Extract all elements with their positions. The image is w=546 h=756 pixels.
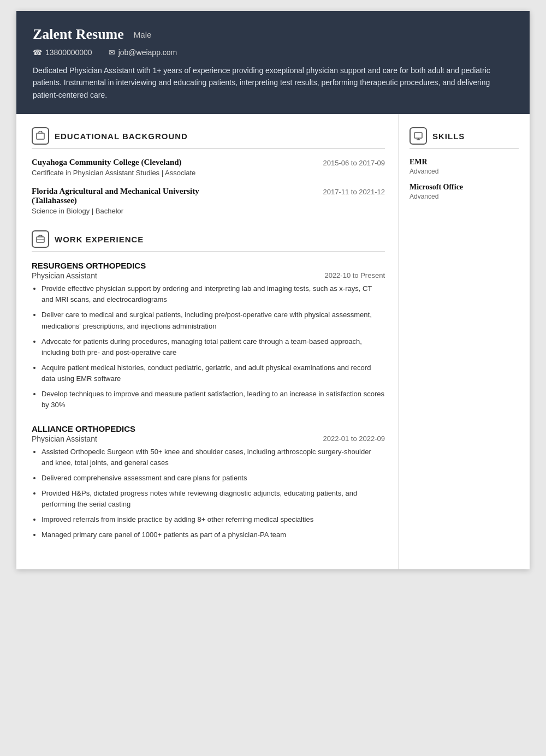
edu-degree-1: Certificate in Physician Assistant Studi… (32, 169, 385, 177)
email-icon: ✉ (109, 48, 115, 57)
edu-school-1: Cuyahoga Community College (Cleveland) (32, 158, 182, 167)
work-section-header: WORK EXPERIENCE (32, 230, 385, 252)
candidate-gender: Male (134, 30, 152, 39)
resume-summary: Dedicated Physician Assistant with 1+ ye… (33, 64, 513, 101)
side-column: SKILLS EMR Advanced Microsoft Office Adv… (399, 114, 530, 569)
phone-number: 13800000000 (45, 48, 92, 57)
work-bullets-1: Provide effective physician support by o… (32, 283, 385, 410)
edu-degree-2: Science in Biology | Bachelor (32, 207, 385, 215)
edu-dates-2: 2017-11 to 2021-12 (323, 188, 385, 196)
edu-entry-2: Florida Agricultural and Mechanical Univ… (32, 187, 385, 215)
education-section-header: EDUCATIONAL BACKGROUND (32, 127, 385, 149)
skill-name-2: Microsoft Office (410, 183, 519, 192)
bullet-2-4: Improved referrals from inside practice … (41, 514, 385, 525)
skills-icon (410, 127, 427, 145)
bullet-2-3: Provided H&Ps, dictated progress notes w… (41, 488, 385, 510)
bullet-2-5: Managed primary care panel of 1000+ pati… (41, 529, 385, 540)
phone-icon: ☎ (33, 48, 42, 57)
skill-item-1: EMR Advanced (410, 158, 519, 175)
bullet-1-3: Advocate for patients during procedures,… (41, 336, 385, 358)
svg-rect-0 (37, 133, 44, 139)
work-section: WORK EXPERIENCE RESURGENS ORTHOPEDICS Ph… (32, 230, 385, 540)
work-company-2: ALLIANCE ORTHOPEDICS (32, 424, 385, 433)
bullet-1-4: Acquire patient medical histories, condu… (41, 362, 385, 384)
skills-title: SKILLS (432, 132, 465, 141)
work-dates-1: 2022-10 to Present (324, 271, 385, 279)
edu-entry-1: Cuyahoga Community College (Cleveland) 2… (32, 158, 385, 177)
work-title-label: WORK EXPERIENCE (55, 235, 144, 244)
phone-contact: ☎ 13800000000 (33, 48, 92, 57)
email-address: job@weiapp.com (118, 48, 177, 57)
skill-level-1: Advanced (410, 168, 519, 175)
bullet-2-1: Assisted Orthopedic Surgeon with 50+ kne… (41, 447, 385, 468)
education-icon (32, 127, 49, 145)
edu-school-2: Florida Agricultural and Mechanical Univ… (32, 187, 228, 205)
work-jobtitle-2: Physician Assistant (32, 434, 97, 443)
resume-body: EDUCATIONAL BACKGROUND Cuyahoga Communit… (16, 114, 530, 569)
work-dates-2: 2022-01 to 2022-09 (323, 434, 385, 443)
resume-header: Zalent Resume Male ☎ 13800000000 ✉ job@w… (16, 11, 530, 114)
skill-level-2: Advanced (410, 193, 519, 200)
main-column: EDUCATIONAL BACKGROUND Cuyahoga Communit… (16, 114, 399, 569)
email-contact: ✉ job@weiapp.com (109, 48, 177, 57)
svg-rect-3 (414, 133, 422, 138)
bullet-1-1: Provide effective physician support by o… (41, 283, 385, 305)
bullet-2-2: Delivered comprehensive assessment and c… (41, 473, 385, 484)
skills-section-header: SKILLS (410, 127, 519, 149)
education-title: EDUCATIONAL BACKGROUND (55, 132, 188, 141)
bullet-1-2: Deliver care to medical and surgical pat… (41, 309, 385, 331)
skill-name-1: EMR (410, 158, 519, 166)
skill-item-2: Microsoft Office Advanced (410, 183, 519, 200)
work-icon (32, 230, 49, 248)
work-bullets-2: Assisted Orthopedic Surgeon with 50+ kne… (32, 447, 385, 541)
edu-dates-1: 2015-06 to 2017-09 (323, 159, 385, 167)
education-section: EDUCATIONAL BACKGROUND Cuyahoga Communit… (32, 127, 385, 215)
work-company-1: RESURGENS ORTHOPEDICS (32, 261, 385, 270)
work-jobtitle-1: Physician Assistant (32, 271, 97, 280)
contact-info: ☎ 13800000000 ✉ job@weiapp.com (33, 48, 513, 57)
bullet-1-5: Develop techniques to improve and measur… (41, 389, 385, 410)
work-entry-1: RESURGENS ORTHOPEDICS Physician Assistan… (32, 261, 385, 410)
candidate-name: Zalent Resume (33, 26, 124, 43)
work-entry-2: ALLIANCE ORTHOPEDICS Physician Assistant… (32, 424, 385, 541)
